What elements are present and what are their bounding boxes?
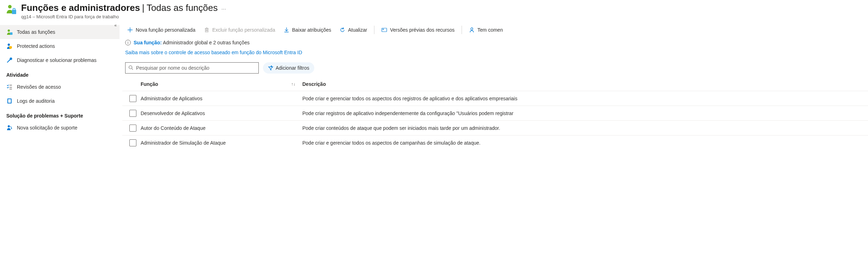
cmd-label: Versões prévias dos recursos [390,27,455,33]
cmd-divider [374,26,374,34]
table-row[interactable]: Administrador de Simulação de Ataque Pod… [122,135,868,150]
cmd-divider [462,26,462,34]
sidebar-item-label: Diagnosticar e solucionar problemas [17,57,96,63]
table-row[interactable]: Desenvolvedor de Aplicativos Pode criar … [122,106,868,121]
row-checkbox[interactable] [129,95,136,102]
sidebar-item-new-support-request[interactable]: Nova solicitação de suporte [0,121,120,135]
checklist-icon [6,84,13,90]
download-assignments-button[interactable]: Baixar atribuições [280,23,335,37]
more-actions-icon[interactable]: … [221,5,226,11]
row-checkbox[interactable] [129,139,136,146]
svg-rect-14 [382,28,387,32]
column-header-description[interactable]: Descrição [302,81,868,87]
svg-point-0 [8,5,12,8]
row-checkbox[interactable] [129,110,136,117]
svg-point-16 [471,28,473,30]
add-filters-button[interactable]: Adicionar filtros [263,62,314,74]
new-custom-role-button[interactable]: Nova função personalizada [124,23,199,37]
sidebar-item-label: Todas as funções [17,29,55,35]
roles-page-icon [6,4,17,16]
sidebar-section-activity: Atividade [0,67,120,80]
user-shield-icon [6,43,13,49]
cmd-label: Baixar atribuições [292,27,331,33]
role-name: Desenvolvedor de Aplicativos [141,110,205,116]
cmd-label: Excluir função personalizada [212,27,275,33]
svg-point-3 [8,30,10,32]
role-description: Pode criar e gerenciar todos os aspectos… [302,96,868,101]
sidebar-item-label: Nova solicitação de suporte [17,125,77,131]
refresh-button[interactable]: Atualizar [336,23,371,37]
cmd-label: Tem comen [477,27,503,33]
sidebar-item-all-roles[interactable]: Todas as funções [0,25,120,39]
book-icon [6,98,13,104]
page-subtitle: qg14 – Microsoft Entra ID para força de … [21,14,226,19]
search-input[interactable] [135,63,256,73]
search-box[interactable] [125,62,259,74]
search-icon [128,65,133,71]
cmd-label: Nova função personalizada [136,27,195,33]
plus-icon [127,27,133,33]
filter-button-label: Adicionar filtros [276,65,309,71]
sort-icon: ↑↓ [291,82,295,87]
feedback-button[interactable]: Tem comen [465,23,506,37]
role-name: Administrador de Simulação de Ataque [141,140,226,146]
sidebar: « Todas as funções [0,23,120,150]
role-description: Pode criar conteúdos de ataque que podem… [302,125,868,131]
preview-features-button[interactable]: Versões prévias dos recursos [378,23,458,37]
sidebar-item-label: Protected actions [17,43,55,49]
sidebar-item-diagnose[interactable]: Diagnosticar e solucionar problemas [0,53,120,67]
role-description: Pode criar registros de aplicativo indep… [302,110,868,116]
cmd-label: Atualizar [348,27,367,33]
refresh-icon [340,27,345,33]
table-row[interactable]: Autor do Conteúdo de Ataque Pode criar c… [122,121,868,135]
page-title-sub: Todas as funções [147,2,218,13]
sidebar-section-support: Solução de problemas + Suporte [0,108,120,121]
your-role-value: Administrador global e 2 outras funções [163,40,250,45]
sidebar-item-label: Revisões de acesso [17,84,61,90]
svg-rect-11 [8,99,11,103]
sidebar-item-audit-logs[interactable]: Logs de auditoria [0,94,120,108]
headset-icon [6,125,13,131]
svg-point-12 [8,125,10,127]
page-title: Funções e administradores [21,2,140,13]
info-icon: i [125,40,131,45]
table-header: Função ↑↓ Descrição [122,77,868,91]
role-description: Pode criar e gerenciar todos os aspectos… [302,140,868,146]
trash-icon [204,27,210,33]
sidebar-item-label: Logs de auditoria [17,98,54,104]
table-row[interactable]: Administrador de Aplicativos Pode criar … [122,91,868,106]
feedback-icon [469,27,475,33]
delete-custom-role-button: Excluir função personalizada [200,23,279,37]
role-name: Administrador de Aplicativos [141,96,202,101]
column-header-role[interactable]: Função ↑↓ [141,81,302,87]
wrench-icon [6,57,13,63]
sidebar-item-access-reviews[interactable]: Revisões de acesso [0,80,120,94]
filter-icon [268,65,274,71]
download-icon [284,27,289,33]
svg-point-17 [129,65,132,69]
preview-icon [381,27,387,33]
roles-table: Função ↑↓ Descrição Administrador de Apl… [122,77,868,150]
role-name: Autor do Conteúdo de Ataque [141,125,205,131]
svg-point-5 [8,44,10,46]
sidebar-item-protected-actions[interactable]: Protected actions [0,39,120,53]
command-bar: Nova função personalizada Excluir função… [122,23,868,37]
svg-rect-4 [10,32,13,35]
svg-rect-15 [382,29,384,30]
row-checkbox[interactable] [129,125,136,132]
rbac-learn-more-link[interactable]: Saiba mais sobre o controle de acesso ba… [125,50,302,55]
sidebar-collapse-icon[interactable]: « [114,23,117,28]
page-title-separator: | [142,2,144,13]
svg-rect-2 [13,8,15,10]
your-role-label: Sua função: [134,40,162,45]
user-admin-icon [6,29,13,35]
